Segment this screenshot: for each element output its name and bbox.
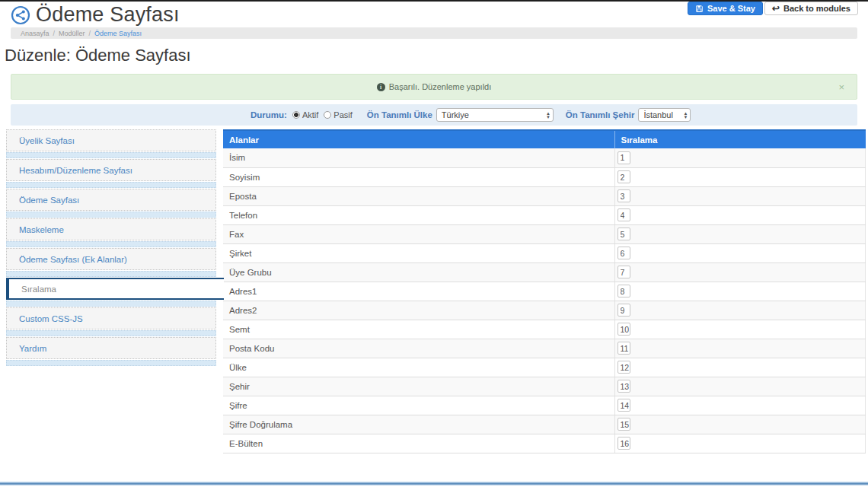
main-content: Üyelik Sayfası Hesabım/Düzenleme Sayfası… [6, 129, 868, 453]
success-alert: i Başarılı. Düzenleme yapıldı × [11, 74, 857, 100]
sidebar-tab[interactable]: Yardım [6, 337, 216, 359]
breadcrumb-link[interactable]: Anasayfa [21, 30, 49, 37]
status-option-label: Pasif [333, 110, 352, 119]
field-label: E-Bülten [223, 434, 614, 453]
field-label: Şifre Doğrulama [223, 415, 614, 434]
table-row: Şifre Doğrulama [223, 415, 866, 434]
order-input[interactable] [617, 323, 630, 336]
field-label: Ülke [223, 358, 614, 377]
sidebar-tab-label: Custom CSS-JS [19, 314, 83, 323]
table-row: Şehir [223, 377, 866, 396]
sidebar-tab[interactable]: Ödeme Sayfası [6, 189, 216, 211]
sidebar-tab[interactable]: Ödeme Sayfası (Ek Alanlar) [6, 248, 216, 270]
status-radio[interactable] [292, 111, 300, 119]
field-label: Eposta [223, 186, 614, 205]
breadcrumb-link: Ödeme Sayfası [94, 30, 142, 37]
sidebar-divider [6, 212, 216, 218]
field-label: Fax [223, 224, 614, 243]
sidebar-tab-label: Ödeme Sayfası [19, 196, 79, 205]
table-row: Üye Grubu [223, 262, 866, 282]
sidebar-tab-label: Yardım [19, 344, 46, 353]
field-label: Üye Grubu [223, 262, 614, 282]
order-input[interactable] [617, 247, 630, 259]
order-input[interactable] [617, 342, 630, 355]
breadcrumb-separator: / [53, 30, 56, 37]
module-share-icon [11, 5, 30, 25]
default-country-select[interactable]: Türkiye [436, 108, 554, 122]
sidebar-tab[interactable]: Hesabım/Düzenleme Sayfası [6, 159, 216, 181]
sidebar: Üyelik Sayfası Hesabım/Düzenleme Sayfası… [6, 129, 216, 367]
sidebar-tab-label: Maskeleme [19, 225, 64, 234]
table-row: İsim [223, 148, 866, 167]
table-row: Soyisim [223, 167, 866, 186]
sidebar-divider [6, 241, 216, 247]
sidebar-divider [6, 330, 216, 336]
alert-message: Başarılı. Düzenleme yapıldı [389, 82, 492, 91]
field-label: Soyisim [223, 167, 614, 186]
close-icon[interactable]: × [838, 82, 844, 92]
table-row: Şirket [223, 243, 866, 262]
field-label: İsim [223, 148, 614, 167]
order-input[interactable] [617, 399, 630, 412]
table-row: Telefon [223, 205, 866, 224]
field-label: Şirket [223, 243, 614, 262]
sidebar-tab-label: Üyelik Sayfası [19, 136, 75, 145]
table-row: Ülke [223, 358, 866, 377]
sidebar-tab[interactable]: Üyelik Sayfası [6, 129, 216, 151]
order-input[interactable] [617, 304, 630, 317]
order-input[interactable] [617, 285, 630, 298]
order-input[interactable] [617, 266, 630, 278]
order-input[interactable] [617, 418, 630, 431]
sidebar-tab[interactable]: Sıralama [6, 278, 224, 300]
sidebar-divider [6, 182, 216, 188]
order-input[interactable] [617, 151, 630, 164]
header: Ödeme Sayfası Save & Stay ↩ Back to modu… [0, 2, 868, 26]
field-label: Adres1 [223, 282, 614, 301]
sidebar-tab-label: Sıralama [21, 285, 56, 294]
info-icon: i [377, 83, 385, 91]
order-input[interactable] [617, 437, 630, 450]
status-label: Durumu: [251, 110, 287, 119]
field-label: Semt [223, 320, 614, 339]
back-arrow-icon: ↩ [772, 4, 780, 13]
order-input[interactable] [617, 380, 630, 393]
order-input[interactable] [617, 170, 630, 183]
save-and-stay-button[interactable]: Save & Stay [688, 2, 763, 15]
field-label: Adres2 [223, 301, 614, 320]
order-input[interactable] [617, 361, 630, 374]
status-radio[interactable] [324, 111, 331, 119]
default-city-select[interactable]: İstanbul [638, 108, 691, 122]
default-country-label: Ön Tanımlı Ülke [367, 110, 432, 119]
table-row: Adres1 [223, 282, 866, 301]
order-input[interactable] [617, 228, 630, 240]
back-to-modules-button[interactable]: ↩ Back to modules [764, 2, 858, 15]
breadcrumb-separator: / [89, 30, 91, 37]
sidebar-divider [6, 152, 216, 158]
table-row: E-Bülten [223, 434, 866, 453]
table-row: Posta Kodu [223, 339, 866, 358]
sidebar-tab[interactable]: Custom CSS-JS [6, 307, 216, 329]
fields-table: Alanlar Sıralama İsim Soyisim Eposta Tel… [223, 129, 866, 453]
field-label: Şifre [223, 396, 614, 415]
save-button-label: Save & Stay [707, 4, 755, 13]
table-row: Fax [223, 224, 866, 243]
default-city-label: Ön Tanımlı Şehir [566, 110, 635, 119]
field-label: Telefon [223, 205, 614, 224]
field-label: Şehir [223, 377, 614, 396]
order-input[interactable] [617, 189, 630, 202]
sidebar-divider [6, 271, 216, 277]
table-row: Eposta [223, 186, 866, 205]
sidebar-tab-label: Ödeme Sayfası (Ek Alanlar) [19, 255, 127, 264]
back-button-label: Back to modules [783, 4, 850, 13]
breadcrumb: Anasayfa / Modüller / Ödeme Sayfası / [11, 27, 857, 39]
table-row: Şifre [223, 396, 866, 415]
field-label: Posta Kodu [223, 339, 614, 358]
sidebar-tab[interactable]: Maskeleme [6, 218, 216, 240]
breadcrumb-link[interactable]: Modüller [59, 30, 85, 37]
settings-bar: Durumu: Aktif Pasif Ön Tanımlı Ülke Türk… [11, 104, 857, 126]
table-row: Semt [223, 320, 866, 339]
sidebar-divider [6, 301, 216, 307]
table-row: Adres2 [223, 301, 866, 320]
order-input[interactable] [617, 208, 630, 221]
save-icon [695, 5, 704, 13]
